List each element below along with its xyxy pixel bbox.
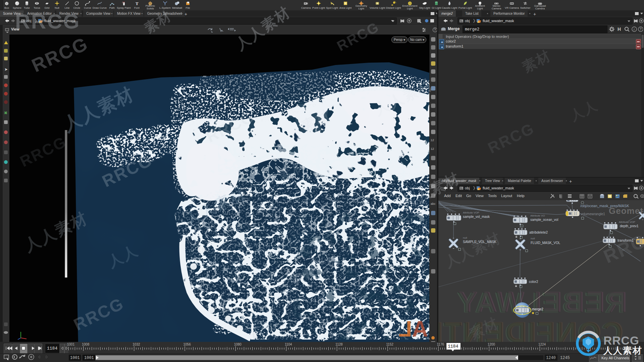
svg-text:?: ? [434, 28, 436, 32]
svg-text:?: ? [640, 27, 642, 31]
svg-text:i: i [634, 27, 635, 31]
svg-text:H: H [618, 26, 621, 32]
svg-text:T: T [136, 1, 139, 6]
